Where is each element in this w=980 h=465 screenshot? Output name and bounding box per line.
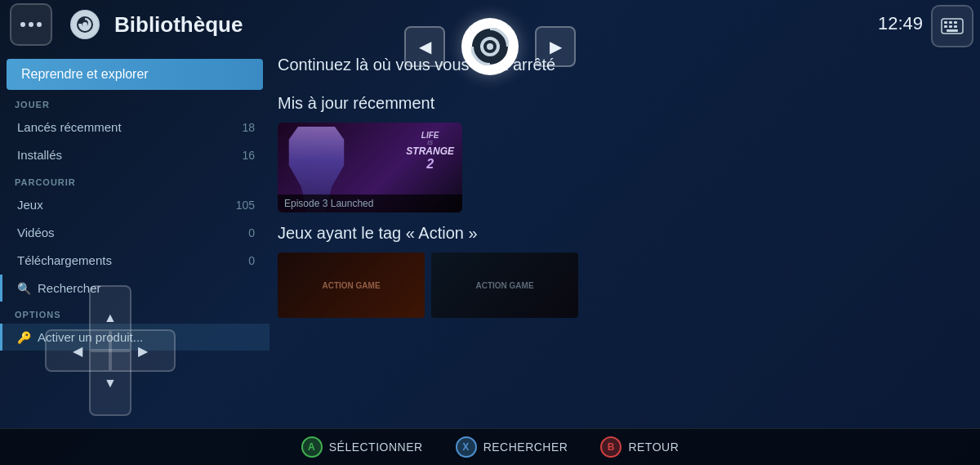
content-area: Continuez là où vous vous étiez arrêté L… <box>270 49 980 428</box>
search-icon: 🔍 <box>17 282 31 295</box>
sidebar-item-videos[interactable]: Vidéos 0 <box>0 219 270 246</box>
header-left: Bibliothèque <box>10 3 243 46</box>
sidebar-item-lances[interactable]: Lancés récemment 18 <box>0 114 270 141</box>
svg-rect-12 <box>947 29 958 32</box>
time-display: 12:49 <box>878 13 923 34</box>
action-game-card-1[interactable]: ACTION GAME <box>278 253 425 318</box>
bottom-action-back[interactable]: B RETOUR <box>600 436 679 458</box>
dpad-down-button[interactable]: ▼ <box>89 351 131 416</box>
svg-point-4 <box>487 43 493 50</box>
recently-updated-title: Mis à jour récemment <box>278 94 964 113</box>
game-card-lis2-updated[interactable]: LIFE IS STRANGE 2 Episode 3 Launched <box>278 123 462 212</box>
action-tag-title: Jeux ayant le tag « Action » <box>278 224 964 243</box>
menu-dots-icon <box>20 22 42 27</box>
keyboard-icon <box>941 18 964 34</box>
recently-updated-section: Mis à jour récemment LIFE IS STRANGE 2 E… <box>278 94 964 212</box>
bottom-btn-x: X <box>456 436 477 458</box>
bottom-bar: A SÉLECTIONNER X RECHERCHER B RETOUR <box>0 428 980 465</box>
bottom-action-select[interactable]: A SÉLECTIONNER <box>301 436 423 458</box>
sidebar-item-downloads[interactable]: Téléchargements 0 <box>0 247 270 274</box>
bottom-btn-a: A <box>301 436 323 458</box>
sidebar-item-installed-count: 16 <box>242 149 255 162</box>
svg-rect-6 <box>944 21 947 24</box>
menu-button[interactable] <box>10 3 52 46</box>
sidebar-item-videos-label: Vidéos <box>17 226 55 239</box>
bottom-search-label: RECHERCHER <box>483 440 568 454</box>
recently-updated-row: LIFE IS STRANGE 2 Episode 3 Launched <box>278 123 964 212</box>
sidebar-item-jeux[interactable]: Jeux 105 <box>0 191 270 218</box>
dpad-up-button[interactable]: ▲ <box>89 285 131 351</box>
dpad-vertical: ▲ ▼ <box>89 285 131 416</box>
keyboard-button[interactable] <box>931 5 973 47</box>
action-tag-section: Jeux ayant le tag « Action » ACTION GAME… <box>278 224 964 318</box>
nav-next-button[interactable]: ▶ <box>535 26 576 67</box>
bottom-back-label: RETOUR <box>628 440 679 454</box>
svg-point-1 <box>82 22 87 27</box>
svg-rect-10 <box>949 25 952 28</box>
sidebar-item-continue[interactable]: Reprendre et explorer <box>7 59 263 90</box>
svg-rect-7 <box>949 21 952 24</box>
dpad: ◀ ▶ ▲ ▼ <box>45 285 176 416</box>
continue-section-title: Continuez là où vous vous étiez arrêté <box>278 56 964 74</box>
steam-center-logo[interactable] <box>461 18 519 75</box>
sidebar-item-downloads-label: Téléchargements <box>17 253 112 267</box>
sidebar-item-installed[interactable]: Installés 16 <box>0 141 270 168</box>
svg-rect-8 <box>954 21 957 24</box>
sidebar-item-jeux-label: Jeux <box>17 198 43 212</box>
sidebar-section-parcourir: PARCOURIR <box>0 169 270 190</box>
steam-logo <box>70 10 100 39</box>
lis2-episode-label: Episode 3 Launched <box>278 194 462 212</box>
nav-prev-button[interactable]: ◀ <box>404 26 445 67</box>
page-title: Bibliothèque <box>114 12 243 38</box>
bottom-btn-b: B <box>600 436 621 458</box>
sidebar-section-jouer: JOUER <box>0 92 270 113</box>
action-games-row: ACTION GAME ACTION GAME <box>278 253 964 318</box>
sidebar-item-lances-label: Lancés récemment <box>17 120 122 134</box>
steam-icon <box>76 16 94 34</box>
sidebar-item-jeux-count: 105 <box>236 199 255 212</box>
action-game-card-2[interactable]: ACTION GAME <box>431 253 578 318</box>
steam-center-icon <box>471 28 509 65</box>
dpad-container: ◀ ▶ ▲ ▼ <box>45 285 176 416</box>
svg-rect-11 <box>954 25 957 28</box>
bottom-select-label: SÉLECTIONNER <box>329 440 423 454</box>
sidebar-item-lances-count: 18 <box>242 121 255 134</box>
key-icon: 🔑 <box>17 331 31 344</box>
sidebar-item-installed-label: Installés <box>17 148 62 162</box>
nav-controls: ◀ ▶ <box>404 18 576 75</box>
bottom-action-search[interactable]: X RECHERCHER <box>456 436 568 458</box>
svg-rect-9 <box>944 25 947 28</box>
sidebar-item-downloads-count: 0 <box>248 254 255 267</box>
sidebar-item-videos-count: 0 <box>248 226 255 239</box>
header: Bibliothèque ◀ ▶ 12:49 <box>0 0 980 49</box>
